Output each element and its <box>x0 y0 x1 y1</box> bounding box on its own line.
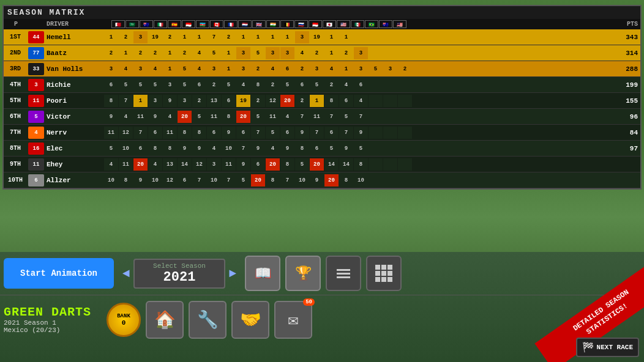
score-cell: 7 <box>280 174 294 187</box>
score-cell <box>383 31 397 43</box>
score-cell: 5 <box>104 142 118 155</box>
score-cell <box>369 79 383 91</box>
handshake-button[interactable]: 🤝 <box>231 301 269 339</box>
score-cell: 2 <box>163 31 177 43</box>
score-cell: 7 <box>251 127 265 139</box>
flag-icon: 🏁 <box>582 341 594 353</box>
score-cell: 8 <box>192 127 206 139</box>
score-cell: 8 <box>222 111 236 123</box>
score-cell <box>383 79 397 91</box>
wrench-button[interactable]: 🔧 <box>189 301 227 339</box>
score-cell <box>369 174 383 187</box>
score-cell: 20 <box>310 158 324 171</box>
season-prev-arrow[interactable]: ◄ <box>122 267 130 281</box>
score-cell: 12 <box>266 95 280 107</box>
score-cell <box>398 47 412 59</box>
score-cell: 2 <box>251 63 265 75</box>
score-cell: 7 <box>339 127 353 139</box>
next-race-button[interactable]: 🏁 NEXT RACE <box>576 338 639 357</box>
score-cell: 3 <box>178 95 192 107</box>
score-cell: 4 <box>119 111 133 123</box>
score-cell: 11 <box>266 111 280 123</box>
driver-pts: 288 <box>617 65 640 73</box>
score-cell: 9 <box>339 142 353 155</box>
score-cell: 4 <box>192 63 206 75</box>
flag-mx: 🇲🇽 <box>351 20 364 28</box>
score-cell: 1 <box>324 47 339 59</box>
score-cell: 2 <box>251 95 265 107</box>
team-name: GREEN DARTS <box>4 305 102 319</box>
score-cell: 4 <box>104 158 118 171</box>
score-cell: 19 <box>236 95 250 107</box>
score-cell: 5 <box>192 111 206 123</box>
menu-button[interactable] <box>326 256 361 291</box>
score-cell: 7 <box>354 111 368 123</box>
driver-name: Baatz <box>45 50 104 57</box>
score-cell: 4 <box>354 95 368 107</box>
bank-button[interactable]: BANK 0 <box>107 303 141 337</box>
driver-pts: 96 <box>617 113 640 120</box>
trophy-button[interactable]: 🏆 <box>285 256 321 291</box>
start-animation-button[interactable]: Start Animation <box>4 258 114 289</box>
home-button[interactable]: 🏠 <box>146 301 184 339</box>
table-row: 2ND 77 Baatz 212212451353342123 314 <box>4 45 640 61</box>
flag-in: 🇮🇳 <box>266 20 280 28</box>
score-cell: 10 <box>222 142 236 155</box>
score-cell: 10 <box>295 174 309 187</box>
score-cell: 14 <box>178 158 192 171</box>
score-cell: 5 <box>222 79 236 91</box>
mail-button[interactable]: ✉ 50 <box>274 301 312 339</box>
team-race: Mexico (20/23) <box>4 327 102 334</box>
score-cell: 6 <box>222 95 236 107</box>
score-cell: 2 <box>178 47 192 59</box>
flag-au: 🇦🇺 <box>140 20 153 28</box>
score-cell: 20 <box>236 111 250 123</box>
driver-pts: 97 <box>617 145 640 152</box>
score-cell: 3 <box>133 31 148 43</box>
score-cell: 5 <box>280 79 294 91</box>
score-cell: 3 <box>133 63 148 75</box>
score-cell: 5 <box>148 79 162 91</box>
score-cell: 14 <box>324 158 339 171</box>
score-cell: 3 <box>236 47 250 59</box>
driver-number: 4 <box>28 127 44 139</box>
book-button[interactable]: 📖 <box>245 256 280 291</box>
score-cell <box>398 111 412 123</box>
flag-ca: 🇨🇦 <box>210 20 223 28</box>
score-cell: 5 <box>354 142 368 155</box>
score-cell: 8 <box>251 79 265 91</box>
score-cells: 8713932136192122021864 <box>104 95 617 107</box>
table-row: 3RD 33 Van Holls 343415431324623413532 2… <box>4 61 640 77</box>
score-cell: 9 <box>178 142 192 155</box>
driver-pos: 5TH <box>4 97 27 104</box>
score-cell: 1 <box>251 31 265 43</box>
driver-number: 3 <box>28 79 44 91</box>
driver-pts: 199 <box>617 81 640 89</box>
score-cell: 11 <box>133 111 148 123</box>
flag-us: 🇺🇸 <box>337 20 350 28</box>
scoreboard: SEASON MATRIX P DRIVER 🇧🇭 🇸🇦 🇦🇺 🇮🇹 🇪🇸 🇮🇩… <box>2 5 642 190</box>
score-cell: 3 <box>104 63 118 75</box>
score-cell: 2 <box>266 79 280 91</box>
score-cell: 10 <box>207 174 221 187</box>
score-cell <box>369 158 383 171</box>
score-cell: 2 <box>398 63 412 75</box>
score-cell: 9 <box>104 111 118 123</box>
score-cell: 1 <box>266 31 280 43</box>
controls-top: Start Animation ◄ Select Season 2021 ► 📖… <box>0 252 644 295</box>
score-cell <box>398 142 412 155</box>
score-cell: 9 <box>133 174 148 187</box>
score-cells: 111276118869675697679 <box>104 127 617 139</box>
flag-my: 🇲🇾 <box>393 20 406 28</box>
score-cell: 8 <box>119 174 133 187</box>
score-cell: 3 <box>383 63 397 75</box>
team-info: GREEN DARTS 2021 Season 1 Mexico (20/23) <box>4 305 102 334</box>
season-next-arrow[interactable]: ► <box>229 267 236 281</box>
score-cell: 4 <box>207 142 221 155</box>
controls-bottom: GREEN DARTS 2021 Season 1 Mexico (20/23)… <box>0 295 644 344</box>
grid-button[interactable] <box>366 256 402 291</box>
score-cell: 20 <box>324 174 339 187</box>
score-cell: 4 <box>236 79 250 91</box>
header-flags: 🇧🇭 🇸🇦 🇦🇺 🇮🇹 🇪🇸 🇮🇩 🇦🇿 🇨🇦 🇫🇷 🇳🇱 🇬🇧 🇮🇳 🇧🇪 🇷… <box>111 20 617 28</box>
flag-az: 🇦🇿 <box>196 20 209 28</box>
